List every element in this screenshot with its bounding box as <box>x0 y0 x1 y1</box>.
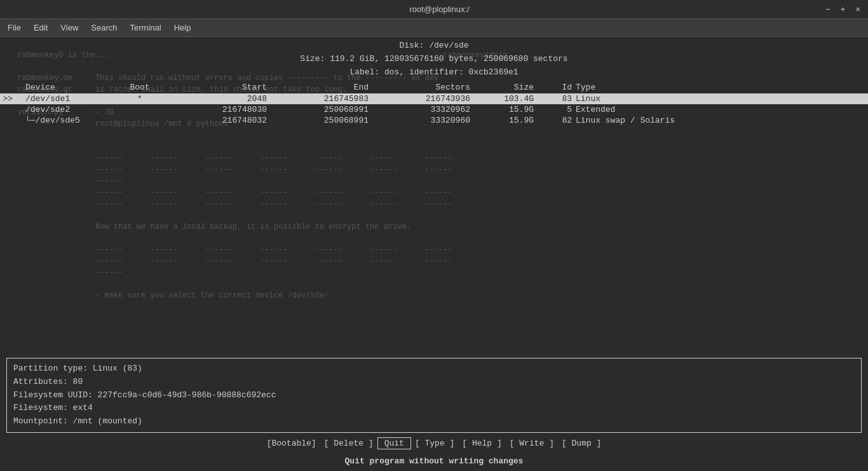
row-sectors: 33320962 <box>381 104 483 115</box>
row-size: 103.4G <box>483 93 546 104</box>
info-line: Partition type: Linux (83) <box>13 362 855 376</box>
col-header-size: Size <box>483 81 546 93</box>
window-controls[interactable]: − + × <box>823 4 863 14</box>
row-device: /dev/sde1 <box>13 93 102 104</box>
row-id: 5 <box>546 104 572 115</box>
maximize-button[interactable]: + <box>838 4 848 14</box>
menubar: File Edit View Search Terminal Help <box>0 19 868 37</box>
disk-header: Disk: /dev/sde Size: 119.2 GiB, 12803567… <box>0 37 868 79</box>
info-line: Filesystem: ext4 <box>13 402 855 415</box>
terminal-area: rabmonkey0 is the... rabmonkeyadmin.. <box>0 37 868 471</box>
row-selector <box>0 115 13 126</box>
menu-file[interactable]: File <box>3 22 26 34</box>
toolbar-item-3[interactable]: [ Type ] <box>411 439 458 448</box>
window-title: root@ploplinux:/ <box>56 4 823 14</box>
row-sectors: 216743936 <box>381 93 483 104</box>
row-boot <box>102 104 178 115</box>
toolbar-item-2[interactable]: Quit <box>377 437 411 449</box>
menu-view[interactable]: View <box>55 22 83 34</box>
col-header-device: Device <box>13 81 102 93</box>
toolbar-item-5[interactable]: [ Write ] <box>506 439 558 448</box>
close-button[interactable]: × <box>853 4 863 14</box>
toolbar-item-4[interactable]: [ Help ] <box>458 439 505 448</box>
disk-size: Size: 119.2 GiB, 128035676160 bytes, 250… <box>0 53 868 66</box>
table-row[interactable]: └─/dev/sde5 216748032 250068991 33320960… <box>0 115 868 126</box>
row-type: Extended <box>572 104 868 115</box>
toolbar-item-1[interactable]: [ Delete ] <box>320 439 377 448</box>
row-start: 216748030 <box>178 104 280 115</box>
col-header-start: Start <box>178 81 280 93</box>
disk-label-line: Label: dos, identifier: 0xcb2369e1 <box>0 66 868 79</box>
table-row[interactable]: /dev/sde2 216748030 250068991 33320962 1… <box>0 104 868 115</box>
menu-edit[interactable]: Edit <box>29 22 53 34</box>
row-boot: * <box>102 93 178 104</box>
row-id: 83 <box>546 93 572 104</box>
row-size: 15.9G <box>483 104 546 115</box>
col-header-sectors: Sectors <box>381 81 483 93</box>
row-start: 2048 <box>178 93 280 104</box>
col-header-boot: Boot <box>102 81 178 93</box>
col-header-type: Type <box>572 81 868 93</box>
info-line: Attributes: 80 <box>13 376 855 389</box>
row-type: Linux swap / Solaris <box>572 115 868 126</box>
col-header-id: Id <box>546 81 572 93</box>
menu-terminal[interactable]: Terminal <box>125 22 166 34</box>
row-size: 15.9G <box>483 115 546 126</box>
disk-label: Disk: /dev/sde <box>0 39 868 53</box>
info-line: Mountpoint: /mnt (mounted) <box>13 415 855 428</box>
titlebar: root@ploplinux:/ − + × <box>0 0 868 19</box>
row-device: └─/dev/sde5 <box>13 115 102 126</box>
info-box: Partition type: Linux (83) Attributes: 8… <box>6 358 862 433</box>
menu-help[interactable]: Help <box>169 22 196 34</box>
row-id: 82 <box>546 115 572 126</box>
row-selector <box>0 104 13 115</box>
toolbar-item-6[interactable]: [ Dump ] <box>558 439 605 448</box>
table-row[interactable]: >> /dev/sde1 * 2048 216745983 216743936 … <box>0 93 868 104</box>
partition-table: Device Boot Start End Sectors Size Id Ty… <box>0 81 868 126</box>
menu-search[interactable]: Search <box>86 22 122 34</box>
help-text: Quit program without writing changes <box>0 456 868 466</box>
row-end: 250068991 <box>280 104 381 115</box>
toolbar-item-0[interactable]: [Bootable] <box>263 439 320 448</box>
row-device: /dev/sde2 <box>13 104 102 115</box>
row-end: 216745983 <box>280 93 381 104</box>
row-boot <box>102 115 178 126</box>
row-type: Linux <box>572 93 868 104</box>
row-end: 250068991 <box>280 115 381 126</box>
minimize-button[interactable]: − <box>823 4 833 14</box>
main-content: Disk: /dev/sde Size: 119.2 GiB, 12803567… <box>0 37 868 471</box>
row-start: 216748032 <box>178 115 280 126</box>
col-header-end: End <box>280 81 381 93</box>
row-sectors: 33320960 <box>381 115 483 126</box>
row-selector: >> <box>0 93 13 104</box>
toolbar: [Bootable] [ Delete ] Quit [ Type ] [ He… <box>0 435 868 452</box>
info-line: Filesystem UUID: 227fcc9a-c0d6-49d3-986b… <box>13 389 855 402</box>
